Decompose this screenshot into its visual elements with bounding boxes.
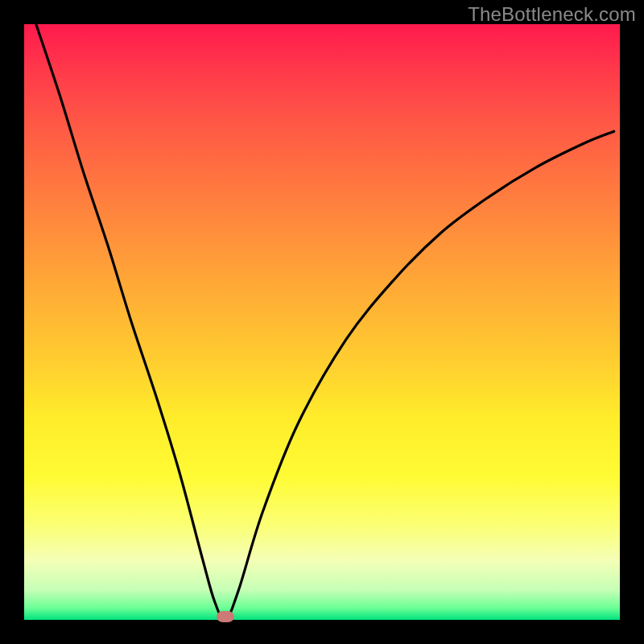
chart-frame: TheBottleneck.com [0,0,644,644]
plot-area [24,24,620,620]
bottleneck-curve [24,24,620,620]
watermark-text: TheBottleneck.com [468,3,636,26]
optimum-marker [217,611,234,622]
